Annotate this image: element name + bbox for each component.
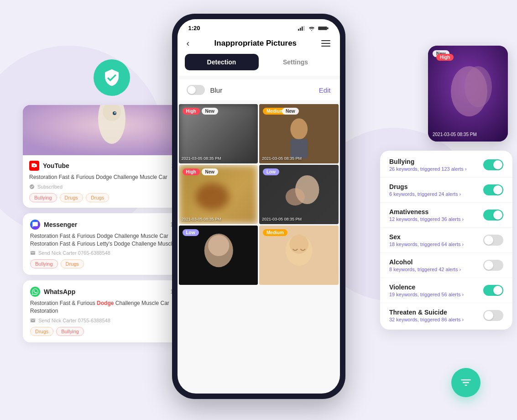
tag-drugs-2: Drugs (86, 193, 109, 202)
svg-rect-8 (303, 26, 305, 31)
svg-point-24 (208, 235, 229, 256)
filter-icon (460, 376, 472, 389)
app-name: WhatsApp (44, 288, 75, 295)
menu-line-3 (321, 46, 330, 47)
setting-desc: 12 keywords, triggered 36 alerts › (389, 216, 483, 222)
tags: Bullying Drugs Drugs (29, 193, 194, 202)
menu-line-2 (321, 43, 330, 44)
image-grid: High New 2021-03-05 08:35 PM (178, 104, 340, 285)
grid-item-4[interactable]: Low 2021-03-05 08:35 PM (259, 165, 339, 224)
menu-button[interactable] (321, 40, 330, 47)
tag-bullying: Bullying (56, 327, 84, 336)
new-badge-2: New (202, 168, 219, 175)
setting-info: Threaten & Suicide 32 keywords, triggere… (389, 309, 483, 322)
setting-info: Drugs 6 keywords, triggered 24 alerts › (389, 183, 483, 197)
filter-button[interactable] (451, 368, 480, 397)
sex-toggle[interactable] (483, 235, 503, 246)
edit-link[interactable]: Edit (319, 86, 331, 94)
content-before: Restoration Fast & Furious (30, 300, 97, 306)
grid-item-2[interactable]: Medium New 2021-03-05 08:35 PM (259, 104, 339, 163)
whatsapp-card-header: WhatsApp 15:32 AM (30, 287, 193, 297)
setting-item-threaten[interactable]: Threaten & Suicide 32 keywords, triggere… (380, 303, 512, 328)
whatsapp-icon (30, 287, 40, 297)
setting-item-amativeness[interactable]: Amativeness 12 keywords, triggered 36 al… (380, 203, 512, 228)
meta-text: Send Nick Carter 0765-6388548 (38, 250, 110, 256)
status-icons (298, 26, 329, 31)
new-badge: New (202, 108, 219, 115)
setting-desc: 8 keywords, triggered 42 alerts › (389, 267, 483, 272)
setting-info: Sex 18 keywords, triggered 64 alerts › (389, 233, 483, 247)
setting-item-violence[interactable]: Violence 19 keywords, triggered 56 alert… (380, 278, 512, 303)
violence-toggle[interactable] (483, 285, 503, 296)
setting-desc: 19 keywords, triggered 56 alerts › (389, 292, 483, 297)
setting-desc: 26 keywords, triggered 123 alerts › (389, 166, 483, 172)
grid-timestamp-3: 2021-03-05 08:35 PM (182, 217, 221, 221)
svg-point-4 (115, 112, 116, 114)
severity-badge-high-2: High (183, 168, 200, 175)
setting-info: Amativeness 12 keywords, triggered 36 al… (389, 208, 483, 222)
alcohol-toggle[interactable] (483, 260, 503, 271)
severity-badge-high: High (183, 108, 200, 115)
card-content: Restoration Fast & Furious Dodge Challen… (30, 299, 193, 315)
svg-rect-12 (318, 26, 327, 30)
drugs-toggle[interactable] (483, 184, 503, 195)
phone-wrapper: 1:20 (172, 14, 345, 399)
tag-bullying: Bullying (30, 259, 58, 268)
threaten-toggle[interactable] (483, 310, 503, 321)
shield-icon (94, 59, 130, 96)
setting-desc: 18 keywords, triggered 64 alerts › (389, 242, 483, 247)
setting-info: Alcohol 8 keywords, triggered 42 alerts … (389, 258, 483, 272)
meta-text: Subscribed (37, 184, 63, 189)
setting-name: Sex (389, 233, 483, 241)
svg-rect-6 (300, 27, 301, 31)
card-content: Restoration Fast & Furious Dodge Challen… (30, 232, 193, 248)
svg-point-18 (195, 184, 229, 210)
back-button[interactable]: ‹ (187, 38, 190, 48)
setting-desc: 6 keywords, triggered 24 alerts › (389, 191, 483, 197)
blur-label: Blur (210, 86, 223, 94)
app-name: YouTube (43, 162, 69, 169)
grid-item-3[interactable]: High New 2021-03-05 08:35 PM (179, 165, 258, 224)
messenger-card-header: Messenger 15:32 AM (30, 220, 193, 230)
youtube-icon (29, 161, 39, 171)
blur-toggle[interactable] (187, 85, 205, 95)
status-bar: 1:20 (178, 19, 340, 34)
phone-screen: 1:20 (178, 19, 340, 394)
setting-name: Threaten & Suicide (389, 309, 483, 316)
setting-info: Bullying 26 keywords, triggered 123 aler… (389, 158, 483, 172)
svg-rect-7 (302, 26, 303, 31)
tag-bullying: Bullying (29, 193, 57, 202)
grid-item-5[interactable]: Low (179, 226, 258, 285)
setting-name: Alcohol (389, 258, 483, 266)
severity-badge-low-2: Low (183, 229, 199, 236)
card-content: Restoration Fast & Furious Dodge Challen… (29, 173, 194, 181)
setting-name: Bullying (389, 158, 483, 165)
setting-item-drugs[interactable]: Drugs 6 keywords, triggered 24 alerts › (380, 178, 512, 203)
card-meta: Send Nick Carter 0765-6388548 (30, 250, 193, 256)
setting-name: Violence (389, 284, 483, 291)
grid-item-6[interactable]: Medium (259, 226, 339, 285)
bullying-toggle[interactable] (483, 159, 503, 170)
blur-toggle-area: Blur (187, 85, 223, 95)
menu-line-1 (321, 40, 330, 41)
setting-item-alcohol[interactable]: Alcohol 8 keywords, triggered 42 alerts … (380, 253, 512, 278)
grid-timestamp-2: 2021-03-05 08:35 PM (262, 156, 302, 161)
tab-settings[interactable]: Settings (259, 54, 333, 70)
blur-row: Blur Edit (178, 79, 340, 100)
grid-item-1[interactable]: High New 2021-03-05 08:35 PM (179, 104, 258, 163)
top-right-card[interactable]: High New 2021-03-05 08:35 PM (428, 46, 508, 142)
tags: Drugs Bullying (30, 327, 193, 336)
phone-nav: ‹ Inappropriate Pictures (178, 34, 340, 54)
setting-info: Violence 19 keywords, triggered 56 alert… (389, 284, 483, 297)
tags: Bullying Drugs (30, 259, 193, 268)
amativeness-toggle[interactable] (483, 210, 503, 220)
setting-item-sex[interactable]: Sex 18 keywords, triggered 64 alerts › (380, 228, 512, 253)
app-info: YouTube (29, 161, 69, 171)
signal-icon (298, 26, 305, 31)
svg-point-15 (290, 118, 308, 139)
setting-item-bullying[interactable]: Bullying 26 keywords, triggered 123 aler… (380, 152, 512, 178)
card-meta: Subscribed (29, 184, 194, 189)
tag-drugs: Drugs (60, 193, 83, 202)
svg-rect-10 (327, 27, 329, 29)
tab-detection[interactable]: Detection (185, 54, 259, 70)
